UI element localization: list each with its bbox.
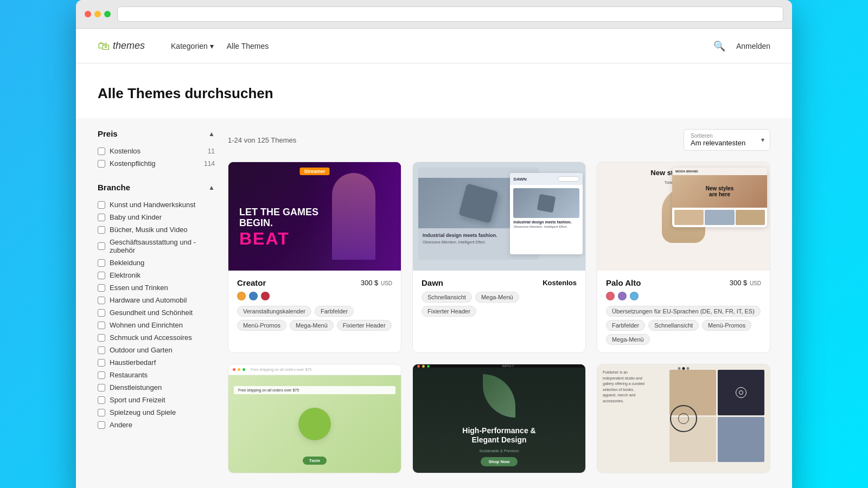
filter-geschaeft[interactable]: Geschäftsausstattung und -zubehör — [98, 236, 215, 256]
filter-restaurants[interactable]: Restaurants — [98, 369, 215, 381]
dawn-product-shape — [459, 183, 499, 223]
logo-text: themes — [113, 40, 145, 52]
filter-kostenpflichtig[interactable]: Kostenpflichtig 114 — [98, 157, 215, 170]
filter-baby[interactable]: Baby und Kinder — [98, 211, 215, 223]
nav-links: Kategorien ▾ Alle Themes — [171, 42, 269, 50]
theme-card-impact[interactable]: IMPACT High-Performance &Elegant Design … — [412, 364, 586, 473]
branche-chevron-up-icon: ▲ — [208, 184, 215, 191]
kategorien-nav-link[interactable]: Kategorien ▾ — [171, 42, 214, 50]
preis-title: Preis — [98, 129, 118, 138]
elektronik-label: Elektronik — [110, 271, 215, 279]
minimize-button[interactable] — [94, 11, 101, 17]
filter-schmuck[interactable]: Schmuck und Accessoires — [98, 331, 215, 344]
wohnen-checkbox[interactable] — [98, 322, 105, 329]
paloalto-thumbnails — [672, 208, 767, 227]
color-dot-orange[interactable] — [237, 292, 246, 300]
dawn-sub-card: DAWN Industrial design meets fashion. Ob… — [510, 173, 583, 254]
theme-card-creator[interactable]: Streamer Let the gamesbegin. BEAT Creato… — [228, 162, 401, 353]
tag-farbfelder: Farbfelder — [315, 306, 354, 317]
color-dot-blue[interactable] — [249, 292, 258, 300]
filter-hardware[interactable]: Hardware und Automobil — [98, 294, 215, 306]
tag-menu-promos: Menü-Promos — [237, 320, 286, 331]
geschaeft-checkbox[interactable] — [98, 242, 105, 250]
essen-checkbox[interactable] — [98, 284, 105, 292]
chevron-down-icon: ▾ — [210, 42, 214, 50]
publisher-gallery-4 — [718, 417, 764, 463]
baby-checkbox[interactable] — [98, 214, 105, 221]
dawn-sub-image — [513, 188, 579, 218]
buecher-checkbox[interactable] — [98, 226, 105, 234]
dawn-sub-title: Industrial design meets fashion. — [513, 220, 579, 224]
filter-elektronik[interactable]: Elektronik — [98, 269, 215, 281]
login-button[interactable]: Anmelden — [736, 42, 770, 50]
paloalto-card-info: Palo Alto 300 $ USD Übersetzungen für EU… — [597, 271, 770, 352]
dawn-sub-header: DAWN — [510, 173, 583, 185]
taste-url: Free shipping on all orders over $75 — [251, 368, 311, 371]
branche-section-header[interactable]: Branche ▲ — [98, 183, 215, 192]
kategorien-label: Kategorien — [171, 42, 208, 50]
andere-checkbox[interactable] — [98, 421, 105, 429]
color-dot-lightblue[interactable] — [630, 292, 639, 300]
creator-tags: Veranstaltungskalender Farbfelder Menü-P… — [237, 306, 392, 331]
fullscreen-button[interactable] — [104, 11, 111, 17]
themes-area: 1-24 von 125 Themes Sortieren Am relevan… — [228, 118, 770, 476]
alle-themes-nav-link[interactable]: Alle Themes — [227, 42, 269, 50]
theme-card-paloalto[interactable]: New styles are here Today's trending sty… — [597, 162, 770, 353]
tag-mega-menu: Mega-Menü — [290, 320, 334, 331]
tag-fixierter-header: Fixierter Header — [337, 320, 392, 331]
paloalto-name: Palo Alto — [606, 278, 641, 287]
dienstleistungen-checkbox[interactable] — [98, 384, 105, 391]
spielzeug-checkbox[interactable] — [98, 409, 105, 416]
address-bar[interactable] — [117, 7, 783, 22]
bekleidung-checkbox[interactable] — [98, 259, 105, 267]
hardware-checkbox[interactable] — [98, 297, 105, 304]
filter-kunst[interactable]: Kunst und Handwerkskunst — [98, 198, 215, 211]
paloalto-colors — [606, 292, 761, 300]
filter-bekleidung[interactable]: Bekleidung — [98, 256, 215, 269]
impact-dot-green — [427, 365, 430, 368]
browser-chrome — [76, 0, 792, 29]
kunst-checkbox[interactable] — [98, 201, 105, 209]
preis-section-header[interactable]: Preis ▲ — [98, 129, 215, 138]
sport-checkbox[interactable] — [98, 396, 105, 404]
theme-card-publisher[interactable]: Publisher is an independent studio and g… — [597, 364, 770, 473]
restaurants-checkbox[interactable] — [98, 371, 105, 379]
color-dot-purple[interactable] — [618, 292, 627, 300]
elektronik-checkbox[interactable] — [98, 272, 105, 279]
theme-card-taste[interactable]: Free shipping on all orders over $75 Fre… — [228, 364, 401, 473]
sport-label: Sport und Freizeit — [110, 396, 215, 404]
close-button[interactable] — [85, 11, 91, 17]
impact-sub: Sustainable & Premium — [479, 449, 519, 453]
theme-card-dawn[interactable]: Industrial design meets fashion. Obsessi… — [412, 162, 586, 353]
kostenpflichtig-checkbox[interactable] — [98, 160, 105, 168]
paloalto-preview: New styles are here Today's trending sty… — [597, 162, 770, 271]
outdoor-checkbox[interactable] — [98, 346, 105, 354]
impact-inner: IMPACT High-Performance &Elegant Design … — [413, 364, 585, 473]
filter-haustier[interactable]: Haustierbedarf — [98, 356, 215, 369]
filter-essen[interactable]: Essen und Trinken — [98, 281, 215, 294]
filter-kostenlos[interactable]: Kostenlos 11 — [98, 145, 215, 157]
andere-label: Andere — [110, 421, 215, 429]
browser-window: 🛍 themes Kategorien ▾ Alle Themes 🔍 Anme… — [76, 0, 792, 488]
color-dot-red[interactable] — [261, 292, 270, 300]
paloalto-thumb-2 — [705, 210, 734, 225]
filter-andere[interactable]: Andere — [98, 419, 215, 431]
kostenlos-checkbox[interactable] — [98, 147, 105, 155]
filter-spielzeug[interactable]: Spielzeug und Spiele — [98, 406, 215, 419]
taste-dot-yellow — [238, 368, 240, 371]
publisher-circle-inner — [678, 413, 689, 424]
filter-sport[interactable]: Sport und Freizeit — [98, 394, 215, 406]
paloalto-thumb-1 — [674, 210, 704, 225]
filter-outdoor[interactable]: Outdoor und Garten — [98, 344, 215, 356]
filter-wohnen[interactable]: Wohnen und Einrichten — [98, 319, 215, 331]
color-dot-pink[interactable] — [606, 292, 615, 300]
schmuck-checkbox[interactable] — [98, 334, 105, 342]
gesundheit-checkbox[interactable] — [98, 309, 105, 317]
wohnen-label: Wohnen und Einrichten — [110, 321, 215, 329]
filter-buecher[interactable]: Bücher, Musik und Video — [98, 223, 215, 236]
sort-dropdown[interactable]: Sortieren Am relevantesten ▾ — [684, 129, 770, 151]
filter-dienstleistungen[interactable]: Dienstleistungen — [98, 381, 215, 394]
haustier-checkbox[interactable] — [98, 359, 105, 367]
search-icon[interactable]: 🔍 — [713, 40, 725, 52]
filter-gesundheit[interactable]: Gesundheit und Schönheit — [98, 306, 215, 319]
